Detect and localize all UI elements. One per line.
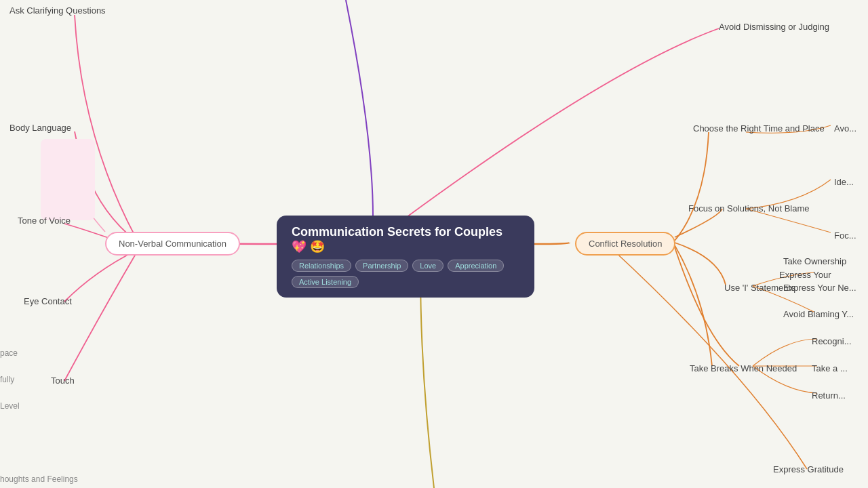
fully-node: fully <box>0 375 14 384</box>
express-your-ne-node[interactable]: Express Your Ne... <box>783 283 856 293</box>
choose-time-node[interactable]: Choose the Right Time and Place <box>693 123 825 134</box>
ask-clarifying-node[interactable]: Ask Clarifying Questions <box>9 5 106 16</box>
avoid-dismissing-node[interactable]: Avoid Dismissing or Judging <box>719 22 829 32</box>
pace-node: pace <box>0 348 18 358</box>
tag-partnership[interactable]: Partnership <box>355 260 408 272</box>
take-a-node[interactable]: Take a ... <box>812 363 848 373</box>
tag-active-listening[interactable]: Active Listening <box>292 276 359 288</box>
focus-solutions-node[interactable]: Focus on Solutions, Not Blame <box>688 203 809 214</box>
tag-love[interactable]: Love <box>412 260 443 272</box>
nonverbal-node[interactable]: Non-Verbal Communication <box>105 232 240 256</box>
touch-node[interactable]: Touch <box>51 375 75 386</box>
take-ownership-node[interactable]: Take Ownership <box>783 256 846 266</box>
mind-map-canvas: Communication Secrets for Couples 💖 🤩 Re… <box>0 0 868 488</box>
nonverbal-pink-box <box>41 139 95 220</box>
center-node[interactable]: Communication Secrets for Couples 💖 🤩 Re… <box>277 216 534 298</box>
avoid-right-node: Avo... <box>834 123 856 134</box>
tag-appreciation[interactable]: Appreciation <box>448 260 504 272</box>
level-node: Level <box>0 401 20 411</box>
center-tags: Relationships Partnership Love Appreciat… <box>292 260 519 288</box>
return-node[interactable]: Return... <box>812 390 846 401</box>
recognize-node[interactable]: Recogni... <box>812 336 852 346</box>
conflict-label: Conflict Resolution <box>589 239 662 249</box>
express-gratitude-node[interactable]: Express Gratitude <box>773 464 844 474</box>
avoid-blaming-node[interactable]: Avoid Blaming Y... <box>783 309 854 319</box>
body-language-node[interactable]: Body Language <box>9 123 71 133</box>
tone-of-voice-node[interactable]: Tone of Voice <box>18 216 71 226</box>
focus-right-node: Foc... <box>834 230 856 241</box>
take-breaks-node[interactable]: Take Breaks When Needed <box>690 363 797 373</box>
center-title: Communication Secrets for Couples 💖 🤩 <box>292 225 519 254</box>
thoughts-node: houghts and Feelings <box>0 474 78 484</box>
nonverbal-label: Non-Verbal Communication <box>119 239 226 249</box>
eye-contact-node[interactable]: Eye Contact <box>24 296 72 306</box>
express-your-right-node[interactable]: Express Your <box>779 270 831 280</box>
tag-relationships[interactable]: Relationships <box>292 260 351 272</box>
identify-node: Ide... <box>834 177 854 187</box>
conflict-node[interactable]: Conflict Resolution <box>575 232 675 256</box>
